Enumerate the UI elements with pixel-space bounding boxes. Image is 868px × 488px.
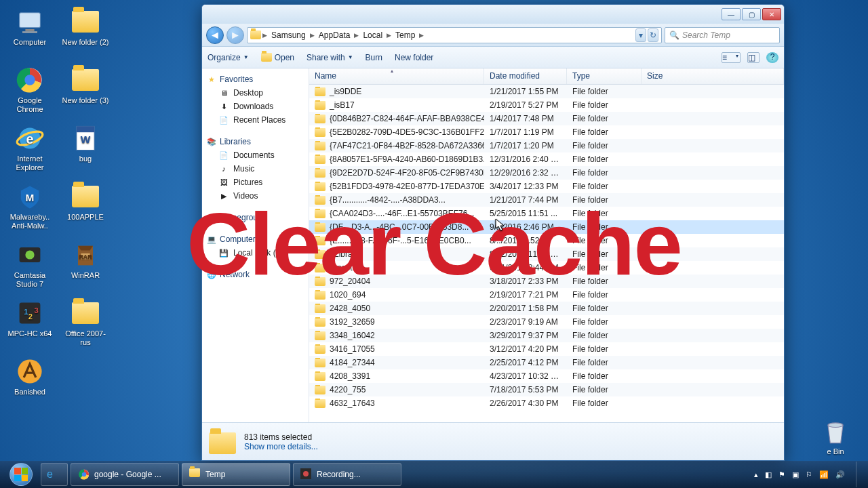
table-row[interactable]: {5E2B0282-709D-4DE5-9C3C-136B01FF2F...1/… [309,125,784,139]
tray-app-icon[interactable]: ⚑ [778,470,785,479]
organize-menu[interactable]: Organize▼ [208,53,249,62]
file-date: 1/21/2017 1:55 PM [484,87,567,96]
back-button[interactable]: ◄ [206,26,224,44]
table-row[interactable]: 972_204043/18/2017 2:33 PMFile folder [309,274,784,288]
volume-icon[interactable]: 🔊 [835,470,845,479]
table-row[interactable]: 2428_40502/20/2017 1:58 PMFile folder [309,302,784,315]
desktop-icon[interactable]: New folder (3) [60,62,111,119]
nav-music[interactable]: ♪Music [202,162,309,176]
table-row[interactable]: 3348_160423/29/2017 9:37 PMFile folder [309,329,784,342]
history-dropdown-icon[interactable]: ▾ [635,28,646,42]
preview-pane-icon[interactable]: ◫ [747,52,760,63]
breadcrumb-seg[interactable]: Temp [393,30,418,40]
network-group[interactable]: 🌐Network [202,268,309,281]
taskbar-item[interactable]: Recording... [293,463,401,486]
desktop-icon[interactable]: 100APPLE [60,179,111,236]
help-icon[interactable]: ? [766,52,778,63]
table-row[interactable]: {B7...........-4842-....-A38DDA3...1/21/… [309,193,784,207]
table-row[interactable]: _isB172/19/2017 5:27 PMFile folder [309,98,784,112]
file-type: File folder [567,304,642,313]
col-name[interactable]: Name▴ [309,68,484,84]
address-bar[interactable]: ▶ Samsung▶ AppData▶ Local▶ Temp▶ ▾ ↻ [247,27,662,43]
share-menu[interactable]: Share with▼ [307,53,353,62]
desktop-icon[interactable]: Banished [4,354,56,411]
breadcrumb-seg[interactable]: Local [360,30,385,40]
table-row[interactable]: 4208_33914/23/2017 10:32 PMFile folder [309,369,784,383]
col-date[interactable]: Date modified [484,68,567,84]
nav-pictures[interactable]: 🖼Pictures [202,176,309,189]
table-row[interactable]: 3192_326592/23/2017 9:19 AMFile folder [309,315,784,329]
table-row[interactable]: 4220_7557/18/2017 5:53 PMFile folder [309,383,784,396]
refresh-icon[interactable]: ↻ [648,28,658,42]
nav-desktop[interactable]: 🖥Desktop [202,86,309,100]
table-row[interactable]: {E........F8-F...446F-...5-E160EE0CB0...… [309,234,784,247]
file-name: {7AF47C21-0F84-4B2F-8528-DA672A3366... [330,141,484,150]
nav-videos[interactable]: ▶Videos [202,189,309,203]
taskbar-item[interactable]: google - Google ... [71,463,179,486]
show-hidden-icon[interactable]: ▴ [754,470,758,479]
desktop-icon[interactable]: Office 2007-rus [60,296,111,352]
table-row[interactable]: {DF....D3-A...-4BC...0C7-00F4553D8...9/.… [309,220,784,234]
file-name: 3416_17055 [330,344,375,354]
start-button[interactable] [3,462,39,487]
view-mode-icon[interactable]: ≡▾ [722,52,741,63]
pinned-ie[interactable]: e [41,463,68,486]
desktop-icon[interactable]: Wbug [60,121,111,178]
show-more-link[interactable]: Show more details... [244,442,318,451]
burn-button[interactable]: Burn [366,53,382,62]
svg-rect-4 [20,13,41,28]
col-size[interactable]: Size [642,68,784,84]
libraries-group[interactable]: 📚Libraries [202,135,309,148]
table-row[interactable]: {0D846B27-C824-464F-AFAF-BBA938CE4...1/4… [309,112,784,125]
desktop-icon[interactable]: 123MPC-HC x64 [4,296,56,352]
desktop-icon[interactable]: Camtasia Studio 7 [4,237,56,294]
show-desktop-button[interactable] [856,462,865,487]
titlebar[interactable]: — ▢ ✕ [202,5,784,24]
favorites-group[interactable]: ★Favorites [202,73,309,86]
tray-app-icon[interactable]: ◧ [765,470,772,479]
table-row[interactable]: 4184_273442/25/2017 4:12 PMFile folder [309,356,784,369]
desktop-icon[interactable]: New folder (2) [60,4,111,61]
close-button[interactable]: ✕ [762,8,781,20]
new-folder-button[interactable]: New folder [395,53,433,62]
table-row[interactable]: {9D2E2D7D-524F-4F20-8F05-C2F9B7430B...12… [309,166,784,180]
col-type[interactable]: Type [567,68,642,84]
action-center-icon[interactable]: ⚐ [806,470,812,479]
tray-camtasia-icon[interactable]: ▣ [792,470,799,479]
desktop-icon[interactable]: Google Chrome [4,62,56,119]
nav-recent[interactable]: 📄Recent Places [202,113,309,127]
nav-documents[interactable]: 📄Documents [202,148,309,162]
forward-button[interactable]: ► [226,26,244,44]
open-button[interactable]: Open [261,53,294,62]
nav-local-disk[interactable]: 💾Local Disk (C:) [202,246,309,260]
table-row[interactable]: 1020_6942/19/2017 7:21 PMFile folder [309,288,784,302]
file-rows[interactable]: _is9DDE1/21/2017 1:55 PMFile folder_isB1… [309,85,784,422]
table-row[interactable]: {CAA024D3-....-46F...E1-55703BEF76...5/2… [309,207,784,220]
desktop-icon[interactable]: MMalwareby.. Anti-Malw.. [4,179,56,236]
desktop-icon[interactable]: eInternet Explorer [4,121,56,178]
maximize-button[interactable]: ▢ [742,8,761,20]
table-row[interactable]: {8A8057E1-5F9A-4240-AB60-D1869D1B3...12/… [309,152,784,166]
chevron-right-icon[interactable]: ▶ [262,32,267,39]
table-row[interactable]: ~Library8/22/2019 11:39 AMFile folder [309,247,784,261]
navigation-pane[interactable]: ★Favorites 🖥Desktop ⬇Downloads 📄Recent P… [202,68,309,422]
table-row[interactable]: _is9DDE1/21/2017 1:55 PMFile folder [309,85,784,98]
table-row[interactable]: 4632_176432/26/2017 4:30 PMFile folder [309,396,784,410]
breadcrumb-seg[interactable]: AppData [316,30,353,40]
desktop-icon[interactable]: Computer [4,4,56,61]
recycle-bin-icon[interactable]: e Bin [810,416,861,455]
nav-downloads[interactable]: ⬇Downloads [202,100,309,113]
search-input[interactable]: 🔍 Search Temp [665,27,780,43]
table-row[interactable]: ~rnsetup6/21/2015 2:44 PMFile folder [309,261,784,274]
homegroup[interactable]: 👥Homegroup [202,211,309,224]
desktop-icon[interactable]: RARWinRAR [60,237,111,294]
computer-group[interactable]: 💻Computer [202,232,309,246]
breadcrumb-seg[interactable]: Samsung [269,30,309,40]
file-date: 12/29/2016 2:32 PM [484,168,567,178]
table-row[interactable]: {52B1FDD3-4978-42E0-877D-17EDA370EA...3/… [309,180,784,193]
taskbar-item[interactable]: Temp [182,463,290,486]
minimize-button[interactable]: — [722,8,741,20]
table-row[interactable]: 3416_170553/12/2017 4:20 PMFile folder [309,342,784,356]
table-row[interactable]: {7AF47C21-0F84-4B2F-8528-DA672A3366...1/… [309,139,784,152]
network-icon[interactable]: 📶 [819,470,829,479]
